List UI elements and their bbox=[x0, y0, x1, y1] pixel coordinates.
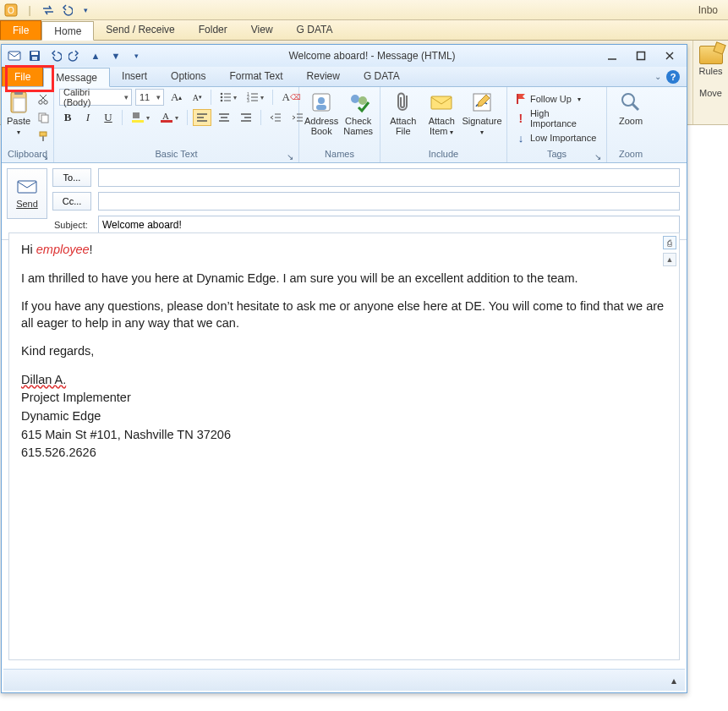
status-collapse-icon[interactable]: ▴ bbox=[671, 675, 676, 686]
signature-phone: 615.526.2626 bbox=[21, 445, 667, 462]
clipboard-launcher-icon[interactable]: ↘ bbox=[40, 152, 50, 162]
parent-tab-view[interactable]: View bbox=[239, 20, 285, 40]
minimize-button[interactable] bbox=[600, 48, 624, 63]
tags-launcher-icon[interactable]: ↘ bbox=[593, 152, 603, 162]
signature-address: 615 Main St #101, Nashville TN 37206 bbox=[21, 427, 667, 444]
zoom-group-label: Zoom bbox=[612, 149, 649, 162]
follow-up-button[interactable]: Follow Up▾ bbox=[512, 90, 601, 107]
subject-field[interactable] bbox=[98, 216, 680, 234]
zoom-button[interactable]: Zoom bbox=[612, 89, 649, 126]
to-button[interactable]: To... bbox=[52, 168, 91, 187]
low-importance-icon: ↓ bbox=[516, 132, 526, 145]
address-book-button[interactable]: Address Book bbox=[304, 89, 338, 136]
font-size-select[interactable]: 11 bbox=[135, 89, 164, 106]
svg-rect-54 bbox=[316, 105, 326, 110]
svg-point-23 bbox=[221, 96, 223, 99]
group-zoom: Zoom Zoom bbox=[607, 87, 654, 162]
compose-window-icon bbox=[7, 48, 22, 63]
align-center-icon[interactable] bbox=[215, 109, 233, 126]
grow-font-icon[interactable]: A▴ bbox=[167, 89, 185, 106]
cut-icon[interactable] bbox=[34, 90, 52, 107]
bold-button[interactable]: B bbox=[59, 109, 76, 126]
signature-icon bbox=[470, 90, 494, 114]
send-envelope-icon bbox=[17, 178, 37, 195]
parent-tab-send-receive[interactable]: Send / Receive bbox=[94, 20, 186, 40]
undo-icon[interactable] bbox=[47, 48, 63, 63]
parent-qat-customize-icon[interactable]: ▾ bbox=[78, 3, 93, 18]
svg-rect-18 bbox=[41, 115, 48, 123]
check-names-button[interactable]: Check Names bbox=[342, 89, 375, 136]
check-names-icon bbox=[347, 90, 370, 114]
previous-item-icon[interactable]: ▲ bbox=[88, 48, 103, 63]
parent-tab-file[interactable]: File bbox=[0, 20, 41, 40]
svg-rect-2 bbox=[8, 52, 20, 60]
low-importance-button[interactable]: ↓ Low Importance bbox=[512, 129, 601, 146]
align-left-icon[interactable] bbox=[193, 109, 211, 126]
svg-rect-11 bbox=[14, 90, 23, 95]
high-importance-icon: ! bbox=[516, 112, 526, 125]
parent-undo-icon[interactable] bbox=[59, 3, 74, 18]
cc-button[interactable]: Cc... bbox=[52, 192, 91, 211]
shrink-font-icon[interactable]: A▾ bbox=[189, 89, 205, 106]
save-icon[interactable] bbox=[27, 48, 42, 63]
next-item-icon[interactable]: ▼ bbox=[108, 48, 123, 63]
svg-text:O: O bbox=[8, 6, 14, 15]
close-button[interactable] bbox=[658, 48, 681, 63]
compose-tab-insert[interactable]: Insert bbox=[110, 67, 159, 86]
send-button[interactable]: Send bbox=[7, 168, 47, 219]
parent-tab-gdata[interactable]: G DATA bbox=[285, 20, 345, 40]
basic-text-launcher-icon[interactable]: ↘ bbox=[285, 152, 295, 162]
parent-divider-icon: | bbox=[22, 3, 37, 18]
redo-icon[interactable] bbox=[68, 48, 83, 63]
compose-tab-message[interactable]: Message bbox=[43, 68, 110, 87]
font-color-icon[interactable]: A bbox=[156, 109, 182, 126]
to-field[interactable] bbox=[98, 168, 680, 187]
parent-quick-access-toolbar: O | ▾ Inbo bbox=[0, 0, 728, 20]
bullets-icon[interactable] bbox=[216, 89, 240, 106]
compose-quick-access-toolbar: ▲ ▼ ▾ Welcome aboard! - Message (HTML) bbox=[2, 45, 687, 67]
parent-tab-home[interactable]: Home bbox=[41, 21, 94, 41]
highlight-color-icon[interactable] bbox=[128, 109, 153, 126]
attach-item-button[interactable]: Attach Item ▾ bbox=[424, 89, 460, 137]
compose-tab-format-text[interactable]: Format Text bbox=[217, 67, 294, 86]
subject-label: Subject: bbox=[52, 220, 91, 230]
maximize-button[interactable] bbox=[629, 48, 653, 63]
message-body-editor[interactable]: Hi employee! I am thrilled to have you h… bbox=[8, 232, 680, 660]
body-paragraph-3: Kind regards, bbox=[21, 343, 667, 360]
check-names-label: Check Names bbox=[342, 116, 375, 136]
compose-window-title: Welcome aboard! - Message (HTML) bbox=[149, 50, 595, 62]
paste-button[interactable]: Paste▾ bbox=[7, 89, 30, 137]
qat-customize-icon[interactable]: ▾ bbox=[129, 48, 144, 63]
format-painter-icon[interactable] bbox=[34, 128, 52, 145]
compose-status-bar: ▴ bbox=[3, 669, 685, 691]
high-importance-button[interactable]: ! High Importance bbox=[512, 110, 601, 127]
italic-button[interactable]: I bbox=[79, 109, 96, 126]
attach-item-icon bbox=[430, 90, 453, 114]
body-options-icon[interactable]: ⎙ bbox=[663, 236, 676, 249]
attach-file-button[interactable]: Attach File bbox=[386, 89, 421, 136]
rules-button[interactable]: Rules bbox=[698, 46, 722, 76]
basic-text-group-label: Basic Text bbox=[156, 149, 198, 159]
copy-icon[interactable] bbox=[34, 109, 52, 126]
numbering-icon[interactable]: 123 bbox=[244, 89, 267, 106]
scroll-up-icon[interactable]: ▲ bbox=[663, 253, 676, 266]
compose-tab-file[interactable]: File bbox=[2, 67, 43, 86]
cc-field[interactable] bbox=[98, 192, 680, 211]
font-name-select[interactable]: Calibri (Body) bbox=[59, 89, 132, 106]
svg-rect-62 bbox=[18, 181, 36, 193]
help-icon[interactable]: ? bbox=[666, 70, 680, 84]
greeting-prefix: Hi bbox=[21, 243, 36, 256]
compose-tab-review[interactable]: Review bbox=[295, 67, 352, 86]
underline-button[interactable]: U bbox=[100, 109, 117, 126]
compose-tab-options[interactable]: Options bbox=[159, 67, 217, 86]
compose-tab-gdata[interactable]: G DATA bbox=[352, 67, 412, 86]
align-right-icon[interactable] bbox=[237, 109, 255, 126]
decrease-indent-icon[interactable] bbox=[266, 109, 285, 126]
low-importance-label: Low Importance bbox=[530, 133, 596, 143]
signature-name: Dillan A. bbox=[21, 373, 66, 386]
ribbon-collapse-icon[interactable]: ⌄ bbox=[654, 72, 661, 81]
parent-send-receive-icon[interactable] bbox=[41, 3, 56, 18]
parent-tab-folder[interactable]: Folder bbox=[187, 20, 239, 40]
svg-line-16 bbox=[40, 95, 46, 101]
signature-button[interactable]: Signature ▾ bbox=[463, 89, 501, 137]
